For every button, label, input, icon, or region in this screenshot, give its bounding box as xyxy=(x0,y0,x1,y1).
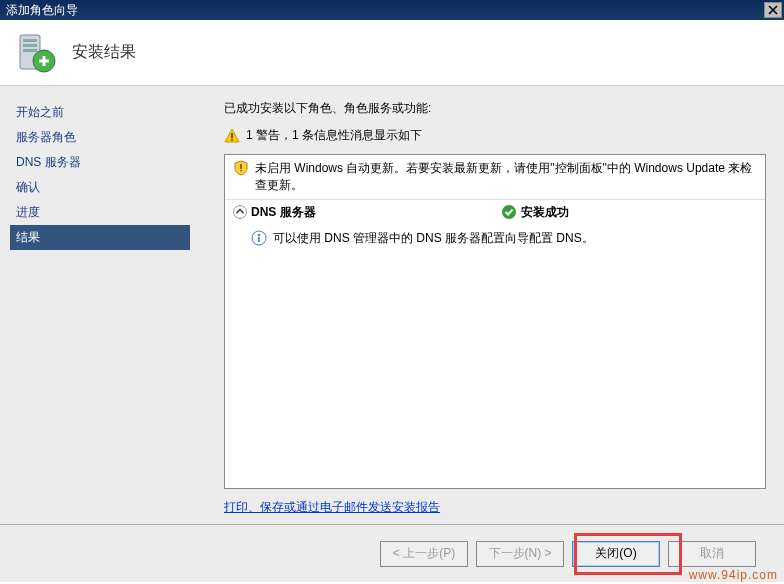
svg-rect-2 xyxy=(23,44,37,47)
warning-summary-text: 1 警告，1 条信息性消息显示如下 xyxy=(246,127,422,144)
cancel-button: 取消 xyxy=(668,541,756,567)
role-name: DNS 服务器 xyxy=(251,204,501,221)
sidebar-item-server-roles[interactable]: 服务器角色 xyxy=(10,125,190,150)
svg-rect-8 xyxy=(240,170,241,171)
prev-button: < 上一步(P) xyxy=(380,541,468,567)
report-link[interactable]: 打印、保存或通过电子邮件发送安装报告 xyxy=(224,499,766,516)
success-icon xyxy=(501,204,517,220)
role-header-row: DNS 服务器 安装成功 xyxy=(225,199,765,225)
wizard-footer: < 上一步(P) 下一步(N) > 关闭(O) 取消 xyxy=(0,524,784,582)
server-role-icon xyxy=(14,31,58,75)
window-title: 添加角色向导 xyxy=(6,2,764,19)
update-warning-row: 未启用 Windows 自动更新。若要安装最新更新，请使用"控制面板"中的 Wi… xyxy=(225,155,765,199)
warning-icon xyxy=(224,128,240,144)
results-panel: 未启用 Windows 自动更新。若要安装最新更新，请使用"控制面板"中的 Wi… xyxy=(224,154,766,489)
svg-rect-3 xyxy=(23,49,37,52)
svg-rect-6 xyxy=(231,139,233,141)
sidebar-item-progress[interactable]: 进度 xyxy=(10,200,190,225)
close-icon xyxy=(768,5,778,15)
info-icon xyxy=(251,230,267,246)
sidebar-item-confirm[interactable]: 确认 xyxy=(10,175,190,200)
svg-rect-7 xyxy=(240,164,241,169)
titlebar: 添加角色向导 xyxy=(0,0,784,20)
update-warning-text: 未启用 Windows 自动更新。若要安装最新更新，请使用"控制面板"中的 Wi… xyxy=(255,160,757,194)
wizard-content: 已成功安装以下角色、角色服务或功能: 1 警告，1 条信息性消息显示如下 未启用… xyxy=(190,86,784,524)
watermark-text: www.94ip.com xyxy=(689,568,778,582)
intro-text: 已成功安装以下角色、角色服务或功能: xyxy=(224,100,766,117)
window-close-button[interactable] xyxy=(764,2,782,18)
page-title: 安装结果 xyxy=(72,42,136,63)
svg-point-11 xyxy=(258,233,260,235)
warning-summary-row: 1 警告，1 条信息性消息显示如下 xyxy=(224,127,766,144)
wizard-sidebar: 开始之前 服务器角色 DNS 服务器 确认 进度 结果 xyxy=(0,86,190,524)
wizard-body: 开始之前 服务器角色 DNS 服务器 确认 进度 结果 已成功安装以下角色、角色… xyxy=(0,86,784,524)
svg-rect-1 xyxy=(23,39,37,42)
wizard-header: 安装结果 xyxy=(0,20,784,86)
role-info-row: 可以使用 DNS 管理器中的 DNS 服务器配置向导配置 DNS。 xyxy=(225,225,765,252)
svg-rect-5 xyxy=(231,133,233,138)
sidebar-item-before-begin[interactable]: 开始之前 xyxy=(10,100,190,125)
role-status-text: 安装成功 xyxy=(521,204,569,221)
svg-rect-12 xyxy=(258,237,260,242)
shield-warning-icon xyxy=(233,160,249,176)
role-status: 安装成功 xyxy=(501,204,569,221)
close-button[interactable]: 关闭(O) xyxy=(572,541,660,567)
sidebar-item-dns-server[interactable]: DNS 服务器 xyxy=(10,150,190,175)
sidebar-item-results[interactable]: 结果 xyxy=(10,225,190,250)
role-info-text: 可以使用 DNS 管理器中的 DNS 服务器配置向导配置 DNS。 xyxy=(273,230,594,247)
next-button: 下一步(N) > xyxy=(476,541,564,567)
collapse-icon[interactable] xyxy=(233,205,247,219)
